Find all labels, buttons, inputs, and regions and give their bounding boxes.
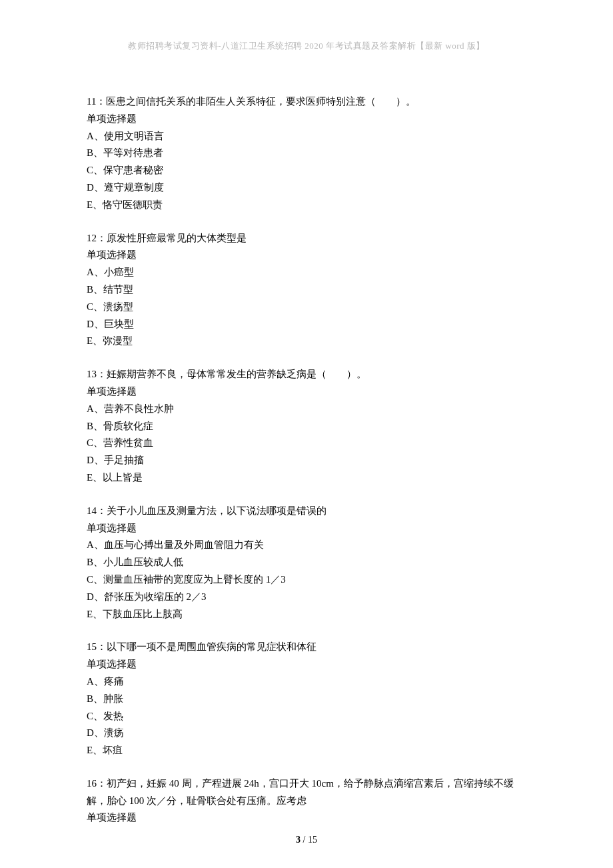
option-d: D、舒张压为收缩压的 2／3 <box>87 589 526 606</box>
option-c: C、溃疡型 <box>87 299 526 316</box>
option-c: C、测量血压袖带的宽度应为上臂长度的 1／3 <box>87 571 526 589</box>
question-stem: 14：关于小儿血压及测量方法，以下说法哪项是错误的 <box>87 503 526 520</box>
question-type: 单项选择题 <box>87 656 526 673</box>
option-e: E、下肢血压比上肢高 <box>87 606 526 623</box>
question-13: 13：妊娠期营养不良，母体常常发生的营养缺乏病是（ ）。 单项选择题 A、营养不… <box>87 366 526 487</box>
option-b: B、小儿血压较成人低 <box>87 554 526 571</box>
option-d: D、巨块型 <box>87 316 526 333</box>
option-e: E、弥漫型 <box>87 333 526 350</box>
question-type: 单项选择题 <box>87 247 526 264</box>
question-text: ：以下哪一项不是周围血管疾病的常见症状和体征 <box>97 641 316 652</box>
option-b: B、骨质软化症 <box>87 418 526 435</box>
question-number: 13 <box>87 369 97 379</box>
question-text: ：医患之间信托关系的非陌生人关系特征，要求医师特别注意（ ）。 <box>96 96 416 107</box>
question-number: 14 <box>87 505 97 516</box>
option-b: B、平等对待患者 <box>87 145 526 162</box>
question-number: 16 <box>87 778 97 789</box>
option-d: D、溃疡 <box>87 725 526 742</box>
page-number-sep: / <box>301 835 308 845</box>
header-text: 教师招聘考试复习资料-八道江卫生系统招聘 2020 年考试真题及答案解析【最新 … <box>128 41 485 51</box>
question-15: 15：以下哪一项不是周围血管疾病的常见症状和体征 单项选择题 A、疼痛 B、肿胀… <box>87 639 526 759</box>
option-a: A、疼痛 <box>87 673 526 691</box>
option-c: C、营养性贫血 <box>87 435 526 452</box>
question-text: ：妊娠期营养不良，母体常常发生的营养缺乏病是（ ）。 <box>97 369 366 379</box>
option-e: E、坏疽 <box>87 742 526 759</box>
question-text: ：原发性肝癌最常见的大体类型是 <box>97 233 247 243</box>
option-b: B、结节型 <box>87 281 526 299</box>
option-e: E、以上皆是 <box>87 469 526 487</box>
question-stem: 11：医患之间信托关系的非陌生人关系特征，要求医师特别注意（ ）。 <box>87 93 526 111</box>
question-16: 16：初产妇，妊娠 40 周，产程进展 24h，宫口开大 10cm，给予静脉点滴… <box>87 775 526 827</box>
page: 教师招聘考试复习资料-八道江卫生系统招聘 2020 年考试真题及答案解析【最新 … <box>0 0 613 868</box>
question-number: 11 <box>87 96 96 107</box>
page-header: 教师招聘考试复习资料-八道江卫生系统招聘 2020 年考试真题及答案解析【最新 … <box>87 40 526 52</box>
question-type: 单项选择题 <box>87 520 526 537</box>
option-c: C、发热 <box>87 708 526 725</box>
question-11: 11：医患之间信托关系的非陌生人关系特征，要求医师特别注意（ ）。 单项选择题 … <box>87 93 526 214</box>
option-d: D、手足抽搐 <box>87 452 526 469</box>
question-12: 12：原发性肝癌最常见的大体类型是 单项选择题 A、小癌型 B、结节型 C、溃疡… <box>87 230 526 351</box>
page-number-total: 15 <box>308 835 317 845</box>
question-type: 单项选择题 <box>87 383 526 401</box>
option-a: A、血压与心搏出量及外周血管阻力有关 <box>87 537 526 554</box>
question-stem: 12：原发性肝癌最常见的大体类型是 <box>87 230 526 247</box>
content: 11：医患之间信托关系的非陌生人关系特征，要求医师特别注意（ ）。 单项选择题 … <box>87 93 526 827</box>
question-stem: 13：妊娠期营养不良，母体常常发生的营养缺乏病是（ ）。 <box>87 366 526 383</box>
question-text: ：关于小儿血压及测量方法，以下说法哪项是错误的 <box>97 505 326 516</box>
option-c: C、保守患者秘密 <box>87 162 526 179</box>
question-stem: 15：以下哪一项不是周围血管疾病的常见症状和体征 <box>87 639 526 656</box>
question-number: 15 <box>87 641 97 652</box>
question-text: ：初产妇，妊娠 40 周，产程进展 24h，宫口开大 10cm，给予静脉点滴缩宫… <box>87 778 514 806</box>
page-footer: 3 / 15 <box>0 835 613 845</box>
question-number: 12 <box>87 233 97 243</box>
question-stem: 16：初产妇，妊娠 40 周，产程进展 24h，宫口开大 10cm，给予静脉点滴… <box>87 775 526 810</box>
option-b: B、肿胀 <box>87 691 526 708</box>
option-a: A、使用文明语言 <box>87 128 526 145</box>
question-14: 14：关于小儿血压及测量方法，以下说法哪项是错误的 单项选择题 A、血压与心搏出… <box>87 503 526 623</box>
option-a: A、营养不良性水肿 <box>87 401 526 418</box>
page-number-current: 3 <box>296 835 301 845</box>
question-type: 单项选择题 <box>87 809 526 827</box>
option-a: A、小癌型 <box>87 264 526 281</box>
option-d: D、遵守规章制度 <box>87 179 526 197</box>
option-e: E、恪守医德职责 <box>87 197 526 214</box>
question-type: 单项选择题 <box>87 111 526 128</box>
